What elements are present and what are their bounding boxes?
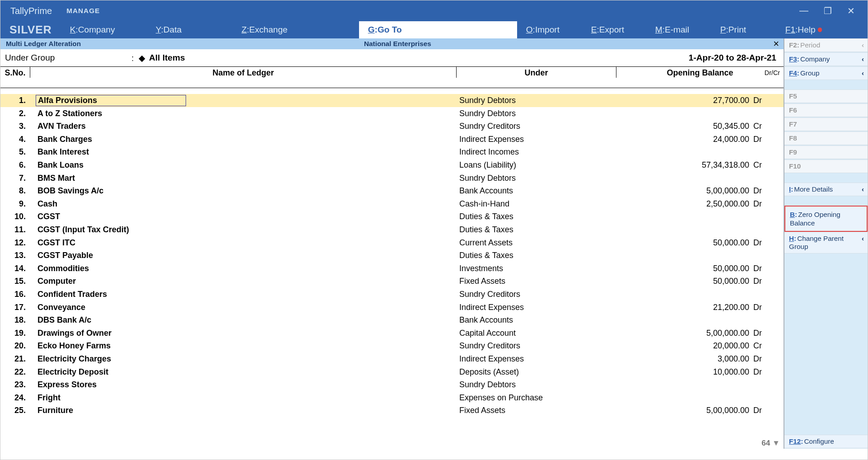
menu-company[interactable]: K:Company — [61, 21, 147, 38]
table-row[interactable]: 11.CGST (Input Tax Credit)Duties & Taxes — [0, 223, 784, 236]
table-row[interactable]: 24.FrightExpenses on Purchase — [0, 391, 784, 404]
cell-under[interactable]: Indirect Expenses — [457, 354, 616, 364]
filter-value[interactable]: All Items — [149, 53, 185, 63]
cell-drcr[interactable]: Dr — [751, 135, 784, 144]
cell-drcr[interactable]: Dr — [751, 264, 784, 273]
cell-name[interactable]: Alfa Provisions — [30, 95, 457, 106]
cell-name[interactable]: Commodities — [30, 263, 457, 274]
cell-under[interactable]: Bank Accounts — [457, 315, 616, 325]
cell-balance[interactable]: 57,34,318.00 — [616, 160, 751, 170]
cell-name[interactable]: Conveyance — [30, 302, 457, 313]
manage-button[interactable]: MANAGE — [62, 4, 104, 18]
cell-under[interactable]: Loans (Liability) — [457, 160, 616, 170]
menu-exchange[interactable]: Z:Exchange — [233, 21, 359, 38]
minimize-icon[interactable]: — — [799, 5, 808, 16]
cell-under[interactable]: Sundry Creditors — [457, 122, 616, 131]
cell-balance[interactable]: 5,00,000.00 — [616, 186, 751, 196]
cell-name[interactable]: Fright — [30, 393, 457, 403]
cell-balance[interactable]: 5,00,000.00 — [616, 406, 751, 415]
cell-under[interactable]: Duties & Taxes — [457, 251, 616, 260]
side-f12-configure[interactable]: F12:Configure — [784, 435, 868, 448]
table-row[interactable]: 10.CGSTDuties & Taxes — [0, 211, 784, 224]
cell-name[interactable]: BMS Mart — [30, 173, 457, 183]
cell-name[interactable]: DBS Bank A/c — [30, 315, 457, 325]
cell-name[interactable]: Ecko Honey Farms — [30, 341, 457, 351]
cell-under[interactable]: Duties & Taxes — [457, 212, 616, 221]
cell-balance[interactable]: 20,000.00 — [616, 341, 751, 351]
table-row[interactable]: 22.Electricity DepositDeposits (Asset)10… — [0, 366, 784, 379]
cell-drcr[interactable]: Cr — [751, 341, 784, 351]
cell-balance[interactable]: 50,345.00 — [616, 122, 751, 131]
cell-under[interactable]: Sundry Debtors — [457, 96, 616, 105]
menu-email[interactable]: M:E-mail — [646, 21, 711, 38]
cell-under[interactable]: Indirect Incomes — [457, 147, 616, 157]
cell-name[interactable]: CGST — [30, 211, 457, 222]
cell-drcr[interactable]: Dr — [751, 406, 784, 415]
cell-name[interactable]: Bank Loans — [30, 160, 457, 170]
cell-under[interactable]: Bank Accounts — [457, 186, 616, 196]
side-f3-company[interactable]: F3:Company — [784, 52, 868, 66]
cell-name[interactable]: Computer — [30, 276, 457, 286]
menu-import[interactable]: O:Import — [517, 21, 582, 38]
cell-drcr[interactable]: Dr — [751, 329, 784, 338]
table-row[interactable]: 21.Electricity ChargesIndirect Expenses3… — [0, 352, 784, 366]
cell-drcr[interactable]: Cr — [751, 160, 784, 170]
menu-data[interactable]: Y:Data — [147, 21, 233, 38]
cell-drcr[interactable]: Dr — [751, 199, 784, 209]
cell-under[interactable]: Sundry Debtors — [457, 109, 616, 118]
cell-under[interactable]: Sundry Creditors — [457, 341, 616, 351]
menu-print[interactable]: P:Print — [711, 21, 776, 38]
table-row[interactable]: 23.Express StoresSundry Debtors — [0, 378, 784, 391]
cell-balance[interactable]: 21,200.00 — [616, 303, 751, 312]
cell-name[interactable]: Express Stores — [30, 380, 457, 390]
menu-help[interactable]: F1:Help — [776, 21, 831, 38]
table-row[interactable]: 14.CommoditiesInvestments50,000.00Dr — [0, 262, 784, 275]
menu-goto[interactable]: G:Go To — [359, 21, 517, 38]
cell-balance[interactable]: 2,50,000.00 — [616, 199, 751, 209]
table-row[interactable]: 1.Alfa ProvisionsSundry Debtors27,700.00… — [0, 94, 784, 107]
table-row[interactable]: 7.BMS MartSundry Debtors — [0, 172, 784, 185]
table-row[interactable]: 6.Bank LoansLoans (Liability)57,34,318.0… — [0, 159, 784, 172]
close-icon[interactable]: ✕ — [847, 5, 855, 16]
table-row[interactable]: 5.Bank InterestIndirect Incomes — [0, 146, 784, 159]
cell-balance[interactable]: 24,000.00 — [616, 135, 751, 144]
cell-balance[interactable]: 27,700.00 — [616, 96, 751, 105]
cell-balance[interactable]: 5,00,000.00 — [616, 329, 751, 338]
cell-name[interactable]: Confident Traders — [30, 289, 457, 300]
table-row[interactable]: 13.CGST PayableDuties & Taxes — [0, 249, 784, 262]
side-more-details[interactable]: I:More Details — [784, 183, 868, 196]
cell-name[interactable]: Bank Interest — [30, 147, 457, 157]
cell-drcr[interactable]: Dr — [751, 367, 784, 377]
menu-export[interactable]: E:Export — [582, 21, 646, 38]
cell-drcr[interactable]: Dr — [751, 186, 784, 196]
cell-under[interactable]: Deposits (Asset) — [457, 367, 616, 377]
table-row[interactable]: 18.DBS Bank A/cBank Accounts — [0, 314, 784, 327]
cell-under[interactable]: Current Assets — [457, 238, 616, 248]
cell-name[interactable]: CGST ITC — [30, 238, 457, 248]
cell-under[interactable]: Sundry Debtors — [457, 174, 616, 183]
cell-name[interactable]: Electricity Charges — [30, 354, 457, 364]
cell-drcr[interactable]: Dr — [751, 303, 784, 312]
cell-name[interactable]: Bank Charges — [30, 134, 457, 145]
table-row[interactable]: 9.CashCash-in-Hand2,50,000.00Dr — [0, 197, 784, 211]
table-row[interactable]: 8.BOB Savings A/cBank Accounts5,00,000.0… — [0, 184, 784, 197]
side-zero-opening-balance[interactable]: B:Zero Opening Balance — [785, 207, 867, 231]
table-row[interactable]: 19.Drawings of OwnerCapital Account5,00,… — [0, 327, 784, 340]
cell-balance[interactable]: 3,000.00 — [616, 354, 751, 364]
cell-name[interactable]: BOB Savings A/c — [30, 186, 457, 196]
cell-balance[interactable]: 10,000.00 — [616, 367, 751, 377]
cell-balance[interactable]: 50,000.00 — [616, 238, 751, 248]
cell-under[interactable]: Capital Account — [457, 329, 616, 338]
cell-under[interactable]: Fixed Assets — [457, 406, 616, 415]
cell-balance[interactable]: 50,000.00 — [616, 277, 751, 286]
table-row[interactable]: 15.ComputerFixed Assets50,000.00Dr — [0, 275, 784, 288]
cell-name[interactable]: CGST (Input Tax Credit) — [30, 225, 457, 235]
side-change-parent-group[interactable]: H:Change Parent Group — [784, 232, 868, 253]
cell-name[interactable]: A to Z Stationers — [30, 108, 457, 119]
cell-under[interactable]: Sundry Debtors — [457, 380, 616, 390]
context-close-icon[interactable]: × — [773, 38, 784, 50]
cell-name[interactable]: AVN Traders — [30, 121, 457, 131]
table-row[interactable]: 12.CGST ITCCurrent Assets50,000.00Dr — [0, 236, 784, 249]
side-f4-group[interactable]: F4:Group — [784, 66, 868, 80]
table-row[interactable]: 17.ConveyanceIndirect Expenses21,200.00D… — [0, 301, 784, 314]
